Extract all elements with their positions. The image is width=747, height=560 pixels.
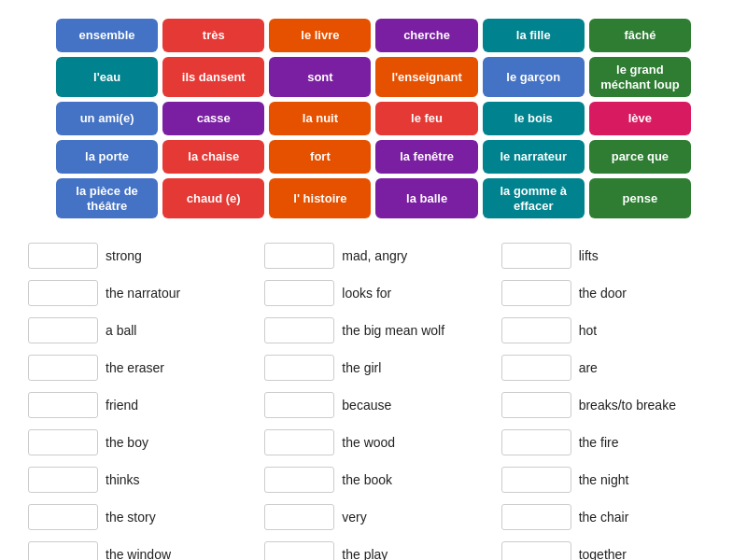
word-chip[interactable]: parce que bbox=[589, 140, 691, 174]
match-input[interactable] bbox=[264, 541, 334, 560]
match-cell: are bbox=[492, 349, 728, 386]
word-chip[interactable]: l'enseignant bbox=[375, 57, 477, 97]
match-label: breaks/to breake bbox=[579, 398, 676, 413]
match-cell: the window bbox=[19, 536, 255, 560]
word-chip[interactable]: ils dansent bbox=[162, 57, 264, 97]
match-cell: the story bbox=[19, 498, 255, 536]
match-input[interactable] bbox=[28, 355, 98, 381]
match-label: are bbox=[579, 360, 598, 375]
match-label: the girl bbox=[342, 360, 381, 375]
match-label: lifts bbox=[579, 248, 599, 263]
match-input[interactable] bbox=[28, 504, 98, 530]
match-label: the wood bbox=[342, 435, 395, 450]
match-cell: very bbox=[255, 498, 491, 536]
match-input[interactable] bbox=[264, 243, 334, 269]
match-cell: the night bbox=[492, 461, 728, 498]
match-label: the story bbox=[106, 510, 156, 525]
word-chip[interactable]: la fenêtre bbox=[375, 140, 477, 174]
match-input[interactable] bbox=[264, 467, 334, 493]
match-cell: because bbox=[255, 386, 491, 424]
match-cell: the play bbox=[255, 536, 491, 560]
word-chip[interactable]: l' histoire bbox=[269, 178, 371, 218]
word-chip[interactable]: la gomme à effacer bbox=[483, 178, 585, 218]
match-cell: looks for bbox=[255, 274, 491, 312]
match-cell: the book bbox=[255, 461, 491, 498]
match-input[interactable] bbox=[501, 504, 571, 530]
word-chip[interactable]: l'eau bbox=[56, 57, 158, 97]
match-input[interactable] bbox=[264, 429, 334, 455]
match-label: together bbox=[579, 547, 627, 560]
word-chip[interactable]: la pièce de théâtre bbox=[56, 178, 158, 218]
word-chip[interactable]: la balle bbox=[375, 178, 477, 218]
match-label: the chair bbox=[579, 510, 629, 525]
match-cell: together bbox=[492, 536, 728, 560]
match-cell: the fire bbox=[492, 424, 728, 461]
match-cell: friend bbox=[19, 386, 255, 424]
word-chip[interactable]: chaud (e) bbox=[162, 178, 264, 218]
word-chip[interactable]: pense bbox=[589, 178, 691, 218]
word-chip[interactable]: la chaise bbox=[162, 140, 264, 174]
match-input[interactable] bbox=[501, 355, 571, 381]
word-chip[interactable]: ensemble bbox=[56, 19, 158, 52]
word-chip[interactable]: fort bbox=[269, 140, 371, 174]
match-input[interactable] bbox=[264, 317, 334, 343]
match-input[interactable] bbox=[28, 280, 98, 306]
word-chip[interactable]: casse bbox=[162, 102, 264, 135]
word-chip[interactable]: sont bbox=[269, 57, 371, 97]
match-cell: the narratour bbox=[19, 274, 255, 312]
match-input[interactable] bbox=[264, 280, 334, 306]
matching-section: strongmad, angryliftsthe narratourlooks … bbox=[19, 237, 728, 560]
match-input[interactable] bbox=[501, 392, 571, 418]
match-label: the big mean wolf bbox=[342, 323, 444, 338]
match-label: the narratour bbox=[106, 286, 180, 301]
match-input[interactable] bbox=[264, 504, 334, 530]
word-chip[interactable]: la porte bbox=[56, 140, 158, 174]
match-input[interactable] bbox=[501, 429, 571, 455]
word-chip[interactable]: très bbox=[162, 19, 264, 52]
word-chip[interactable]: le narrateur bbox=[483, 140, 585, 174]
match-label: the play bbox=[342, 547, 388, 560]
word-chip[interactable]: lève bbox=[589, 102, 691, 135]
match-label: hot bbox=[579, 323, 597, 338]
match-cell: thinks bbox=[19, 461, 255, 498]
word-chip[interactable]: la fille bbox=[483, 19, 585, 52]
word-chip[interactable]: le grand méchant loup bbox=[589, 57, 691, 97]
match-input[interactable] bbox=[264, 355, 334, 381]
word-chip[interactable]: le livre bbox=[269, 19, 371, 52]
match-label: mad, angry bbox=[342, 248, 407, 263]
match-input[interactable] bbox=[28, 243, 98, 269]
match-label: a ball bbox=[106, 323, 136, 338]
match-label: the fire bbox=[579, 435, 619, 450]
match-input[interactable] bbox=[28, 467, 98, 493]
match-input[interactable] bbox=[501, 541, 571, 560]
match-cell: strong bbox=[19, 237, 255, 274]
match-input[interactable] bbox=[264, 392, 334, 418]
match-cell: the wood bbox=[255, 424, 491, 461]
match-cell: the eraser bbox=[19, 349, 255, 386]
word-chip[interactable]: le bois bbox=[483, 102, 585, 135]
match-cell: a ball bbox=[19, 312, 255, 349]
match-input[interactable] bbox=[28, 541, 98, 560]
match-label: thinks bbox=[106, 472, 140, 487]
word-chip[interactable]: la nuit bbox=[269, 102, 371, 135]
match-cell: the girl bbox=[255, 349, 491, 386]
word-chip[interactable]: un ami(e) bbox=[56, 102, 158, 135]
word-chip[interactable]: le feu bbox=[375, 102, 477, 135]
match-input[interactable] bbox=[501, 243, 571, 269]
match-label: because bbox=[342, 398, 391, 413]
match-input[interactable] bbox=[501, 467, 571, 493]
word-bank: ensembletrèsle livrecherchela fillefâché… bbox=[56, 19, 691, 218]
word-chip[interactable]: cherche bbox=[375, 19, 477, 52]
match-input[interactable] bbox=[501, 280, 571, 306]
match-input[interactable] bbox=[501, 317, 571, 343]
match-input[interactable] bbox=[28, 317, 98, 343]
match-input[interactable] bbox=[28, 392, 98, 418]
word-chip[interactable]: le garçon bbox=[483, 57, 585, 97]
match-label: the window bbox=[106, 547, 171, 560]
match-input[interactable] bbox=[28, 429, 98, 455]
match-label: looks for bbox=[342, 286, 391, 301]
match-cell: mad, angry bbox=[255, 237, 491, 274]
match-label: the night bbox=[579, 472, 629, 487]
match-cell: lifts bbox=[492, 237, 728, 274]
word-chip[interactable]: fâché bbox=[589, 19, 691, 52]
